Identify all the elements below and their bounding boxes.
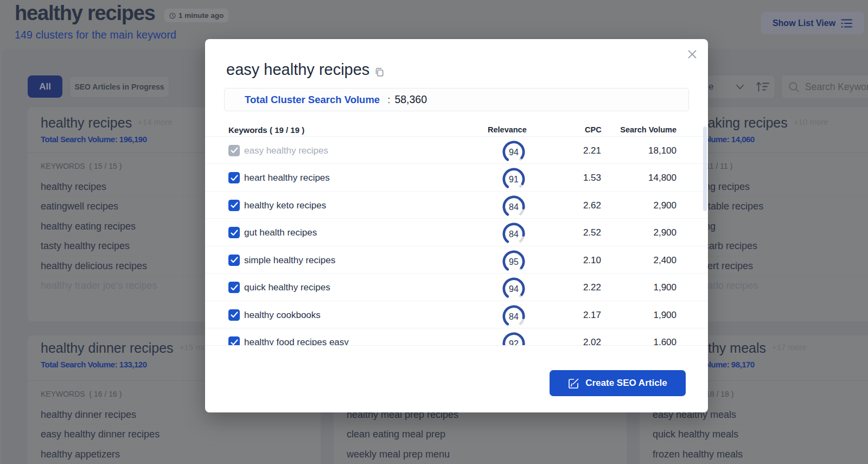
svg-text:92: 92 <box>509 339 519 346</box>
svg-text:95: 95 <box>509 257 519 266</box>
svg-text:84: 84 <box>509 202 519 211</box>
svg-text:94: 94 <box>509 147 519 156</box>
svg-text:91: 91 <box>509 175 519 184</box>
svg-text:84: 84 <box>509 230 519 239</box>
svg-text:94: 94 <box>509 284 519 294</box>
svg-text:84: 84 <box>509 312 519 321</box>
